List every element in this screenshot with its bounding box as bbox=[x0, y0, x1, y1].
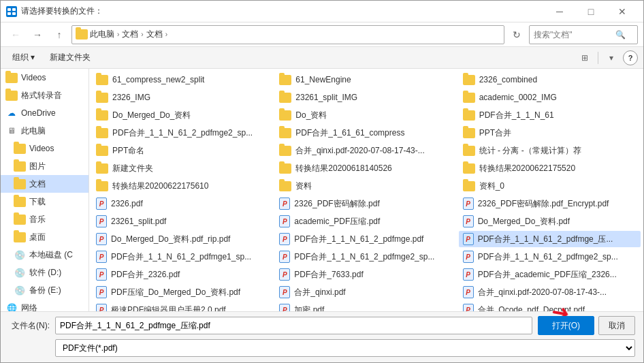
list-item[interactable]: 新建文件夹 bbox=[92, 160, 274, 176]
selected-file-item[interactable]: P PDF合并_1_1_N_61_2_pdfmge_压... bbox=[459, 231, 641, 247]
search-icon: 🔍 bbox=[615, 30, 626, 40]
sidebar-item-desktop[interactable]: 桌面 bbox=[1, 228, 88, 246]
file-name: 资料_0 bbox=[479, 180, 637, 192]
minimize-button[interactable]: ─ bbox=[544, 1, 575, 22]
list-item[interactable]: P 加密.pdf bbox=[275, 302, 457, 311]
list-item[interactable]: P PDF压缩_Do_Merged_Do_资料.pdf bbox=[92, 284, 274, 300]
list-item[interactable]: PPT合并 bbox=[459, 125, 641, 141]
sidebar-item-videos2[interactable]: Videos bbox=[1, 140, 88, 157]
list-item[interactable]: P 合并_qinxi.pdf-2020-07-08-17-43-... bbox=[459, 284, 641, 300]
list-item[interactable]: P academic_PDF压缩.pdf bbox=[275, 213, 457, 230]
file-name: 2326_PDF密码解除.pdf bbox=[294, 198, 453, 210]
new-folder-button[interactable]: 新建文件夹 bbox=[44, 49, 97, 67]
list-item[interactable]: Do_资料 bbox=[275, 107, 457, 123]
organize-button[interactable]: 组织 ▾ bbox=[6, 48, 41, 67]
list-item[interactable]: PDF合并_1_61_61_compress bbox=[275, 125, 457, 141]
breadcrumb-sep3: › bbox=[165, 31, 167, 38]
filetype-select[interactable]: PDF文件(*.pdf) 所有文件(*.*) bbox=[55, 339, 635, 357]
list-item[interactable]: 23261_split_IMG bbox=[275, 89, 457, 106]
list-item[interactable]: Do_Merged_Do_资料 bbox=[92, 107, 274, 123]
breadcrumb-docs1[interactable]: 文档 bbox=[122, 29, 138, 40]
list-item[interactable]: 61_compress_new2_split bbox=[92, 72, 274, 88]
list-item[interactable]: P 2326.pdf bbox=[92, 195, 274, 212]
sidebar-label: 软件 (D:) bbox=[29, 267, 61, 279]
file-name: 新建文件夹 bbox=[112, 163, 270, 174]
help-button[interactable]: ? bbox=[623, 50, 638, 65]
file-name: 61_compress_new2_split bbox=[112, 75, 270, 84]
refresh-button[interactable]: ↻ bbox=[507, 25, 526, 44]
list-item[interactable]: P 合并_Qcode_pdf_Decrypt.pdf bbox=[459, 302, 641, 311]
list-item[interactable]: 转换结果20200618140526 bbox=[275, 160, 457, 176]
list-item[interactable]: P PDF合并_1_1_N_61_2_pdfmge2_sp... bbox=[275, 249, 457, 265]
view-large-icon-button[interactable]: ⊞ bbox=[576, 49, 594, 67]
list-item[interactable]: P PDF合并_1_1_N_61_2_pdfmge1_sp... bbox=[92, 249, 274, 265]
sidebar-item-music[interactable]: 音乐 bbox=[1, 210, 88, 228]
file-name: PDF合并_7633.pdf bbox=[294, 269, 453, 281]
back-button[interactable]: ← bbox=[6, 25, 25, 44]
sidebar-item-onedrive[interactable]: ☁ OneDrive bbox=[1, 104, 88, 122]
close-button[interactable]: ✕ bbox=[607, 1, 638, 22]
file-name: PDF合并_1_1_N_61_2_pdfmge1_sp... bbox=[111, 251, 270, 263]
sidebar-item-audio[interactable]: 格式转录音 bbox=[1, 86, 88, 104]
list-item[interactable]: 统计 - 分离 -（常规计算）荐 bbox=[459, 142, 641, 159]
list-item[interactable]: P 2326_PDF密码解除.pdf bbox=[275, 195, 457, 212]
list-item[interactable]: P 合并_qinxi.pdf bbox=[275, 284, 457, 300]
address-bar[interactable]: 此电脑 › 文档 › 文档 › bbox=[71, 25, 504, 44]
filename-input[interactable] bbox=[55, 317, 532, 334]
list-item[interactable]: 资料 bbox=[275, 178, 457, 194]
sidebar-item-videos[interactable]: Videos bbox=[1, 69, 88, 86]
list-item[interactable]: P 极速PDF编辑器用户手册2.0.pdf bbox=[92, 302, 274, 311]
file-name: PDF合并_1_1_N_61_2_pdfmge2_sp... bbox=[294, 251, 453, 263]
list-item[interactable]: 转换结果20200622175520 bbox=[459, 160, 641, 176]
sidebar-item-drive-c[interactable]: 💿 本地磁盘 (C bbox=[1, 246, 88, 264]
breadcrumb-pc[interactable]: 此电脑 bbox=[90, 29, 114, 40]
list-item[interactable]: P 23261_split.pdf bbox=[92, 213, 274, 230]
cancel-button[interactable]: 取消 bbox=[598, 316, 635, 335]
file-name: 合并_qinxi.pdf bbox=[294, 287, 453, 298]
list-item[interactable]: PDF合并_1_1_N_61_2_pdfmge2_sp... bbox=[92, 125, 274, 141]
search-input[interactable] bbox=[534, 30, 615, 40]
list-item[interactable]: PPT命名 bbox=[92, 142, 274, 159]
list-item[interactable]: academic_0002_IMG bbox=[459, 89, 641, 106]
list-item[interactable]: PDF合并_1_1_N_61 bbox=[459, 107, 641, 123]
file-name: PDF合并_1_1_N_61_2_pdfmge2_sp... bbox=[478, 251, 637, 263]
file-grid: 61_compress_new2_split 61_NewEngine 2326… bbox=[92, 72, 641, 311]
bottom-bar: ➜ 文件名(N): 打开(O) 取消 PDF文件(*.pdf) 所有文件(*.*… bbox=[1, 311, 643, 362]
sidebar-item-documents[interactable]: 文档 bbox=[1, 175, 88, 193]
list-item[interactable]: 2326_IMG bbox=[92, 89, 274, 106]
list-item[interactable]: P Do_Merged_Do_资料.pdf_rip.pdf bbox=[92, 231, 274, 247]
breadcrumb-docs2[interactable]: 文档 bbox=[146, 29, 163, 40]
list-item[interactable]: P 2326_PDF密码解除.pdf_Encrypt.pdf bbox=[459, 195, 641, 212]
list-item[interactable]: P PDF合并_academic_PDF压缩_2326... bbox=[459, 266, 641, 283]
sidebar-item-drive-e[interactable]: 💿 备份 (E:) bbox=[1, 281, 88, 299]
view-dropdown-button[interactable]: ▾ bbox=[602, 49, 620, 67]
sidebar-item-drive-d[interactable]: 💿 软件 (D:) bbox=[1, 264, 88, 281]
list-item[interactable]: 2326_combined bbox=[459, 72, 641, 88]
forward-button[interactable]: → bbox=[28, 25, 47, 44]
list-item[interactable]: 61_NewEngine bbox=[275, 72, 457, 88]
file-name: 转换结果20200622175610 bbox=[112, 180, 270, 192]
list-item[interactable]: 资料_0 bbox=[459, 178, 641, 194]
svg-rect-2 bbox=[7, 12, 11, 15]
up-button[interactable]: ↑ bbox=[50, 25, 69, 44]
sidebar-item-network[interactable]: 🌐 网络 bbox=[1, 299, 88, 311]
file-name: 23261_split.pdf bbox=[111, 217, 270, 226]
sidebar-item-downloads[interactable]: 下载 bbox=[1, 193, 88, 210]
list-item[interactable]: P PDF合并_2326.pdf bbox=[92, 266, 274, 283]
svg-rect-1 bbox=[12, 8, 16, 11]
list-item[interactable]: P PDF合并_1_1_N_61_2_pdfmge.pdf bbox=[275, 231, 457, 247]
list-item[interactable]: 转换结果20200622175610 bbox=[92, 178, 274, 194]
sidebar-label: 图片 bbox=[29, 161, 46, 172]
file-name: PDF合并_academic_PDF压缩_2326... bbox=[478, 269, 637, 281]
search-box[interactable]: 🔍 bbox=[529, 25, 638, 44]
file-name: Do_Merged_Do_资料.pdf bbox=[478, 216, 637, 227]
list-item[interactable]: P PDF合并_7633.pdf bbox=[275, 266, 457, 283]
list-item[interactable]: P PDF合并_1_1_N_61_2_pdfmge2_sp... bbox=[459, 249, 641, 265]
sidebar-item-thispc[interactable]: 🖥 此电脑 bbox=[1, 122, 88, 140]
sidebar-item-pictures[interactable]: 图片 bbox=[1, 157, 88, 175]
maximize-button[interactable]: □ bbox=[575, 1, 607, 22]
list-item[interactable]: 合并_qinxi.pdf-2020-07-08-17-43-... bbox=[275, 142, 457, 159]
list-item[interactable]: P Do_Merged_Do_资料.pdf bbox=[459, 213, 641, 230]
open-button[interactable]: 打开(O) bbox=[538, 316, 594, 335]
file-name: 统计 - 分离 -（常规计算）荐 bbox=[479, 145, 637, 157]
